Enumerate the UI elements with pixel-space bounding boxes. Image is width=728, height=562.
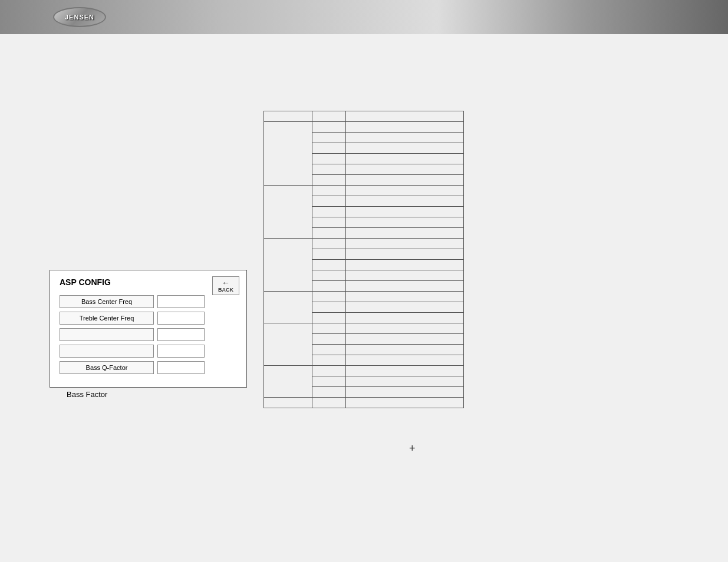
table-row — [264, 292, 464, 302]
table-header-row — [264, 111, 464, 122]
table-cell — [312, 143, 346, 154]
table-cell — [312, 228, 346, 239]
table-cell — [312, 196, 346, 207]
table-cell — [345, 175, 463, 186]
table-row — [264, 239, 464, 249]
table-header-col3 — [345, 111, 463, 122]
table-row — [264, 398, 464, 408]
table-cell — [345, 323, 463, 334]
table-cell — [312, 345, 346, 355]
table-cell — [345, 334, 463, 345]
header: JENSEN — [0, 0, 728, 34]
group-cell-5 — [264, 323, 312, 366]
back-arrow-icon: ← — [222, 279, 230, 287]
blank-label-2[interactable] — [60, 345, 154, 358]
table-cell — [345, 249, 463, 260]
bass-q-factor-value[interactable] — [157, 361, 205, 374]
table-cell — [345, 122, 463, 133]
plus-icon: + — [409, 442, 416, 455]
table-cell — [312, 387, 346, 398]
table-cell — [345, 196, 463, 207]
table-cell — [312, 398, 346, 408]
table-row — [264, 323, 464, 334]
treble-center-freq-button[interactable]: Treble Center Freq — [60, 312, 154, 325]
table-cell — [312, 260, 346, 270]
table-cell — [312, 334, 346, 345]
table-cell — [345, 281, 463, 292]
group-cell-6 — [264, 366, 312, 398]
table-row — [264, 122, 464, 133]
table-cell — [345, 366, 463, 376]
table-cell — [345, 313, 463, 323]
table-cell — [345, 207, 463, 217]
asp-row-blank-2 — [60, 345, 237, 358]
table-cell — [345, 398, 463, 408]
table-cell — [312, 154, 346, 164]
back-button[interactable]: ← BACK — [212, 276, 239, 295]
table-cell — [312, 355, 346, 366]
table-cell — [312, 186, 346, 196]
table-row — [264, 186, 464, 196]
treble-center-freq-value[interactable] — [157, 312, 205, 325]
table-cell — [345, 143, 463, 154]
table-cell — [345, 376, 463, 387]
group-cell-1 — [264, 122, 312, 186]
table-cell — [345, 345, 463, 355]
main-content: ASP CONFIG ← BACK Bass Center Freq Trebl… — [0, 34, 728, 562]
group-cell-3 — [264, 239, 312, 292]
table-cell — [312, 207, 346, 217]
table-cell — [312, 366, 346, 376]
bass-factor-label: Bass Factor — [67, 390, 107, 399]
asp-row-bass-q-factor: Bass Q-Factor — [60, 361, 237, 374]
table-cell — [312, 281, 346, 292]
table-cell — [345, 260, 463, 270]
table-cell — [312, 175, 346, 186]
table-cell — [312, 217, 346, 228]
table-cell — [345, 164, 463, 175]
bass-q-factor-button[interactable]: Bass Q-Factor — [60, 361, 154, 374]
table-header-col1 — [264, 111, 312, 122]
bass-center-freq-button[interactable]: Bass Center Freq — [60, 295, 154, 308]
table-row — [264, 366, 464, 376]
table-cell — [345, 292, 463, 302]
table-cell — [312, 376, 346, 387]
blank-label-1[interactable] — [60, 328, 154, 341]
asp-config-title: ASP CONFIG — [60, 277, 237, 287]
asp-config-panel: ASP CONFIG ← BACK Bass Center Freq Trebl… — [50, 270, 247, 388]
table-cell — [345, 228, 463, 239]
table-cell — [345, 387, 463, 398]
table-cell — [312, 249, 346, 260]
data-table — [263, 111, 464, 408]
logo-text: JENSEN — [65, 14, 94, 21]
table-cell — [345, 302, 463, 313]
table-cell — [312, 323, 346, 334]
blank-value-1[interactable] — [157, 328, 205, 341]
table-cell — [312, 122, 346, 133]
group-cell-2 — [264, 186, 312, 239]
table-header-col2 — [312, 111, 346, 122]
asp-row-blank-1 — [60, 328, 237, 341]
table-cell — [312, 313, 346, 323]
table-cell — [312, 270, 346, 281]
table-cell — [345, 186, 463, 196]
table-cell — [345, 133, 463, 143]
table-cell — [345, 154, 463, 164]
blank-value-2[interactable] — [157, 345, 205, 358]
table-cell — [312, 302, 346, 313]
table-cell — [345, 355, 463, 366]
table-cell — [312, 133, 346, 143]
table-cell — [312, 239, 346, 249]
group-cell-7 — [264, 398, 312, 408]
asp-row-treble-center-freq: Treble Center Freq — [60, 312, 237, 325]
group-cell-4 — [264, 292, 312, 323]
table-cell — [345, 217, 463, 228]
table-cell — [312, 292, 346, 302]
back-label: BACK — [218, 287, 233, 293]
asp-row-bass-center-freq: Bass Center Freq — [60, 295, 237, 308]
table-cell — [312, 164, 346, 175]
table-cell — [345, 270, 463, 281]
table-cell — [345, 239, 463, 249]
logo: JENSEN — [53, 7, 106, 27]
bass-center-freq-value[interactable] — [157, 295, 205, 308]
